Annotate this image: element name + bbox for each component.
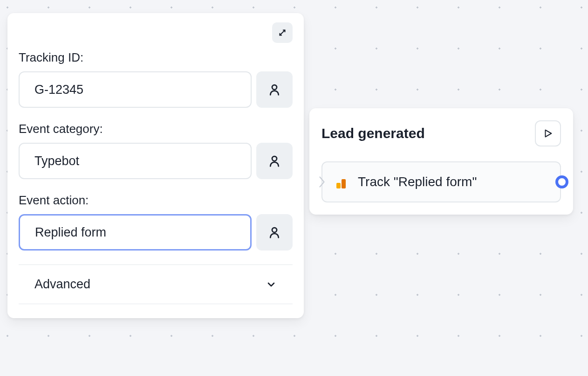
node-header: Lead generated bbox=[321, 120, 561, 146]
advanced-toggle[interactable]: Advanced bbox=[19, 265, 293, 304]
event-action-row bbox=[19, 214, 293, 251]
output-port[interactable] bbox=[555, 175, 568, 188]
preview-button[interactable] bbox=[535, 120, 561, 146]
chevron-down-icon bbox=[266, 279, 277, 290]
person-icon bbox=[267, 83, 281, 97]
person-icon bbox=[267, 225, 281, 239]
event-category-row bbox=[19, 143, 293, 179]
track-label: Track "Replied form" bbox=[358, 174, 477, 189]
tracking-id-input[interactable] bbox=[19, 71, 252, 108]
settings-panel: Tracking ID: Event category: Event actio… bbox=[7, 13, 304, 318]
event-category-label: Event category: bbox=[19, 122, 293, 136]
flow-node[interactable]: Lead generated Track "Replied form" bbox=[309, 108, 573, 215]
event-category-input[interactable] bbox=[19, 143, 252, 179]
google-analytics-icon bbox=[336, 175, 349, 188]
event-action-label: Event action: bbox=[19, 193, 293, 208]
person-icon bbox=[267, 154, 281, 168]
tracking-id-variable-button[interactable] bbox=[256, 71, 293, 108]
node-block[interactable]: Track "Replied form" bbox=[321, 161, 561, 202]
expand-button[interactable] bbox=[272, 22, 293, 43]
node-title: Lead generated bbox=[321, 125, 425, 141]
play-icon bbox=[543, 128, 553, 139]
tracking-id-label: Tracking ID: bbox=[19, 50, 293, 65]
event-action-input[interactable] bbox=[19, 214, 252, 251]
tracking-id-row bbox=[19, 71, 293, 108]
advanced-label: Advanced bbox=[34, 277, 90, 292]
event-category-variable-button[interactable] bbox=[256, 143, 293, 179]
svg-point-2 bbox=[272, 156, 277, 161]
input-port-chevron-icon bbox=[318, 175, 326, 189]
svg-point-3 bbox=[272, 228, 277, 232]
event-action-variable-button[interactable] bbox=[256, 214, 293, 251]
expand-icon bbox=[277, 28, 287, 38]
svg-point-1 bbox=[272, 85, 277, 90]
svg-marker-4 bbox=[546, 130, 552, 137]
svg-line-0 bbox=[280, 30, 285, 35]
panel-header bbox=[19, 22, 293, 50]
